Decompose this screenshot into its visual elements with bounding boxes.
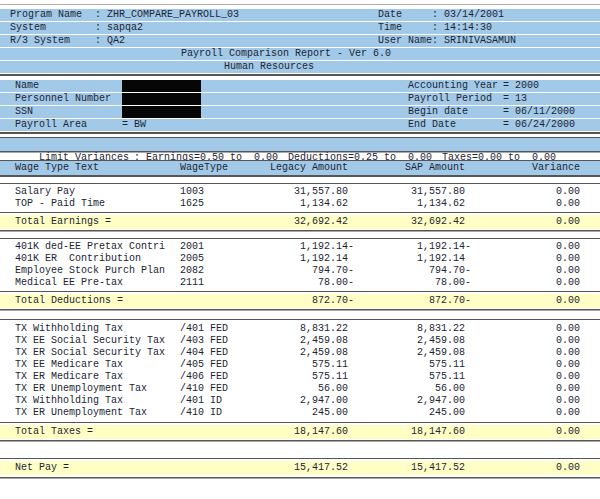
legacy-amount-cell: 1,192.14-	[234, 241, 354, 253]
table-row: TX EE Social Security Tax /403 FED 2,459…	[0, 335, 600, 347]
wage-type-text-cell: TX Withholding Tax	[15, 395, 123, 407]
sap-amount-cell: 2,947.00	[351, 395, 471, 407]
col-header-sap-amount: SAP Amount	[351, 161, 471, 175]
total-taxes-sap: 18,147.60	[351, 425, 471, 439]
wage-type-code-cell: /404 FED	[180, 347, 228, 359]
accounting-year-pair: Accounting Year= 2000	[408, 80, 539, 92]
colon-separator: :	[95, 35, 107, 46]
legacy-amount-cell: 56.00	[234, 383, 354, 395]
legacy-amount-cell: 2,947.00	[234, 395, 354, 407]
sap-amount-cell: 245.00	[351, 407, 471, 419]
ssn-redaction-box	[122, 106, 201, 118]
table-row: 401K ded-EE Pretax Contri 2001 1,192.14-…	[0, 241, 600, 253]
legacy-amount-cell: 245.00	[234, 407, 354, 419]
wage-type-code-cell: /405 FED	[180, 359, 228, 371]
taxes-rows: TX Withholding Tax /401 FED 8,831.22 8,8…	[0, 320, 600, 422]
system-value: sapqa2	[107, 22, 143, 33]
colon-separator: :	[95, 9, 107, 20]
begin-date-label: Begin date	[408, 106, 503, 118]
begin-date-pair: Begin date= 06/11/2000	[408, 106, 575, 118]
wage-type-code-cell: /401 FED	[180, 323, 228, 335]
wage-type-text-cell: TX ER Unemployment Tax	[15, 383, 147, 395]
deductions-rows: 401K ded-EE Pretax Contri 2001 1,192.14-…	[0, 239, 600, 291]
personnel-number-pair: Personnel Number=	[15, 93, 134, 105]
net-pay-sap: 15,417.52	[351, 461, 471, 475]
wage-type-text-cell: TX ER Social Security Tax	[15, 347, 165, 359]
sap-amount-cell: 8,831.22	[351, 323, 471, 335]
total-taxes-variance: 0.00	[466, 425, 586, 439]
info-row-name: Name= Accounting Year= 2000	[0, 80, 600, 92]
wage-type-code-cell: 1625	[180, 198, 204, 210]
report-title: Payroll Comparison Report - Ver 6.0	[181, 48, 391, 60]
legacy-amount-cell: 31,557.80	[234, 186, 354, 198]
equals-separator: =	[122, 119, 134, 130]
payroll-period-value: 13	[515, 93, 527, 104]
earnings-section: Salary Pay 1003 31,557.80 31,557.80 0.00…	[0, 183, 600, 232]
wage-type-code-cell: /403 FED	[180, 335, 228, 347]
table-row: Employee Stock Purch Plan 2082 794.70- 7…	[0, 265, 600, 277]
variance-cell: 0.00	[466, 265, 586, 277]
report-header-section: Program Name: ZHR_COMPARE_PAYROLL_03 Dat…	[0, 9, 600, 73]
colon-separator: :	[432, 22, 444, 33]
total-deductions-legacy: 872.70-	[234, 294, 354, 308]
sap-amount-cell: 1,192.14-	[351, 241, 471, 253]
variance-cell: 0.00	[466, 371, 586, 383]
wage-type-text-cell: Employee Stock Purch Plan	[15, 265, 165, 277]
variance-cell: 0.00	[466, 241, 586, 253]
wage-type-text-cell: TX ER Unemployment Tax	[15, 407, 147, 419]
wage-type-code-cell: /410 ID	[180, 407, 222, 419]
legacy-amount-cell: 575.11	[234, 359, 354, 371]
table-row: TX Withholding Tax /401 ID 2,947.00 2,94…	[0, 395, 600, 407]
wage-type-code-cell: 2005	[180, 253, 204, 265]
wage-type-text-cell: TX ER Medicare Tax	[15, 371, 123, 383]
limit-variances-row: Limit Variances: Earnings=0.50to0.00Dedu…	[0, 138, 600, 151]
ssn-label: SSN	[15, 106, 122, 118]
legacy-amount-cell: 2,459.08	[234, 335, 354, 347]
total-taxes-legacy: 18,147.60	[234, 425, 354, 439]
wage-type-text-cell: Medical EE Pre-tax	[15, 277, 123, 289]
net-pay-legacy: 15,417.52	[234, 461, 354, 475]
report-subtitle: Human Resources	[224, 61, 314, 73]
total-deductions-label: Total Deductions =	[15, 294, 123, 308]
spacer	[0, 311, 600, 319]
total-earnings-label: Total Earnings =	[15, 215, 111, 229]
colon-separator: :	[95, 22, 107, 33]
payroll-area-pair: Payroll Area= BW	[15, 119, 146, 131]
wage-type-text-cell: Salary Pay	[15, 186, 75, 198]
wage-type-text-cell: 401K ded-EE Pretax Contri	[15, 241, 165, 253]
wage-type-code-cell: /410 FED	[180, 383, 228, 395]
table-row: TX ER Medicare Tax /406 FED 575.11 575.1…	[0, 371, 600, 383]
header-row-r3system: R/3 System: QA2 User Name: SRINIVASAMUN	[0, 35, 600, 47]
legacy-amount-cell: 78.00-	[234, 277, 354, 289]
equals-separator: =	[503, 106, 515, 117]
table-row: TX ER Social Security Tax /404 FED 2,459…	[0, 347, 600, 359]
r3-system-pair: R/3 System: QA2	[10, 35, 125, 47]
sap-amount-cell: 2,459.08	[351, 347, 471, 359]
sap-amount-cell: 2,459.08	[351, 335, 471, 347]
variance-cell: 0.00	[466, 323, 586, 335]
personnel-number-label: Personnel Number	[15, 93, 122, 105]
program-name-label: Program Name	[10, 9, 95, 21]
header-row-system: System: sapqa2 Time: 14:14:30	[0, 22, 600, 34]
date-pair: Date: 03/14/2001	[378, 9, 504, 21]
end-date-pair: End Date= 06/24/2000	[408, 119, 575, 131]
name-redaction-box	[122, 80, 201, 92]
date-label: Date	[378, 9, 432, 21]
total-earnings-legacy: 32,692.42	[234, 215, 354, 229]
table-row: Medical EE Pre-tax 2111 78.00- 78.00- 0.…	[0, 277, 600, 289]
deductions-section: 401K ded-EE Pretax Contri 2001 1,192.14-…	[0, 238, 600, 311]
table-row: TX ER Unemployment Tax /410 ID 245.00 24…	[0, 407, 600, 419]
wage-type-code-cell: /401 ID	[180, 395, 222, 407]
total-taxes-row: Total Taxes = 18,147.60 18,147.60 0.00	[0, 425, 600, 439]
r3-system-label: R/3 System	[10, 35, 95, 47]
variance-cell: 0.00	[466, 395, 586, 407]
user-name-value: SRINIVASAMUN	[444, 35, 516, 46]
sap-amount-cell: 575.11	[351, 359, 471, 371]
table-header-row: Wage Type Text WageType Legacy Amount SA…	[0, 161, 600, 175]
variance-cell: 0.00	[466, 186, 586, 198]
table-row: TOP - Paid Time 1625 1,134.62 1,134.62 0…	[0, 198, 600, 210]
table-row: Salary Pay 1003 31,557.80 31,557.80 0.00	[0, 186, 600, 198]
report-subtitle-row: Human Resources	[0, 61, 600, 73]
info-row-personnel-number: Personnel Number= Payroll Period= 13	[0, 93, 600, 105]
employee-info-section: Name= Accounting Year= 2000 Personnel Nu…	[0, 80, 600, 131]
